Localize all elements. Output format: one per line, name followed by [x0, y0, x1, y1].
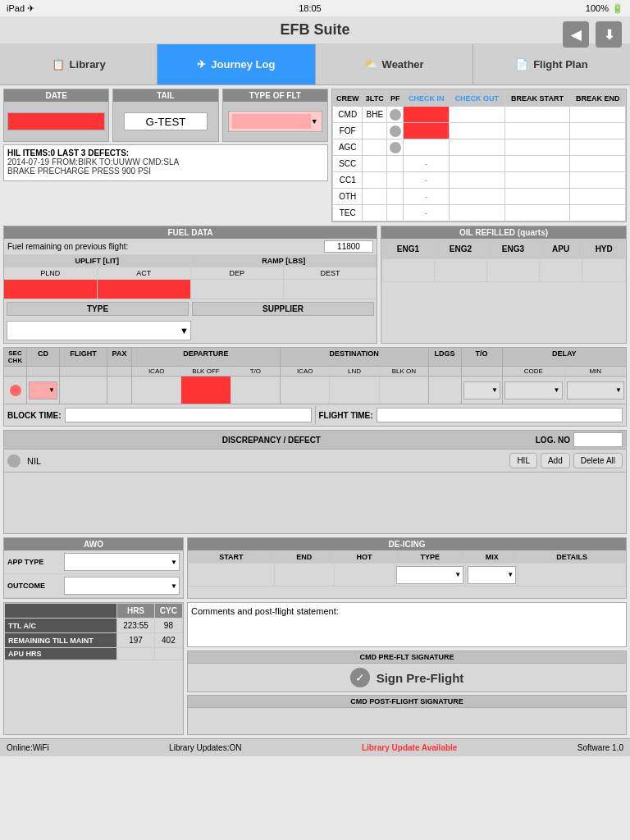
deicing-mix-select[interactable]: ▼: [468, 566, 516, 584]
comments-label: Comments and post-flight statement:: [191, 606, 339, 616]
crew-checkout-oth[interactable]: [450, 189, 505, 205]
ttl-empty-header: [5, 604, 117, 619]
tab-flight-plan[interactable]: 📄 Flight Plan: [473, 44, 630, 84]
fuel-act-val[interactable]: [98, 280, 191, 299]
tab-weather[interactable]: ⛅ Weather: [316, 44, 473, 84]
crew-breakstart-cc1[interactable]: [504, 172, 570, 189]
deicing-end-val[interactable]: [274, 564, 334, 587]
dep-header: DEP: [191, 267, 285, 279]
hil-title: HIL ITEMS:0 LAST 3 DEFECTS:: [7, 148, 324, 158]
crew-row-fof: FOF: [333, 123, 626, 139]
crew-checkout-tec[interactable]: [450, 205, 505, 221]
deicing-type-arrow-icon: ▼: [454, 571, 461, 578]
deicing-details-val[interactable]: [518, 564, 626, 587]
crew-checkout-agc[interactable]: [450, 139, 505, 156]
date-input[interactable]: [7, 112, 105, 130]
delete-all-button[interactable]: Delete All: [573, 453, 623, 468]
fuel-dep-val[interactable]: [191, 280, 285, 299]
crew-breakend-tec[interactable]: [570, 205, 626, 221]
crew-breakstart-oth[interactable]: [504, 189, 570, 205]
dest-icao-input[interactable]: [281, 377, 330, 404]
type-select-value: [232, 114, 311, 129]
discrepancy-text-area[interactable]: [4, 472, 626, 533]
dest-header-group: DESTINATION: [281, 348, 429, 366]
tab-library[interactable]: 📋 Library: [0, 44, 158, 84]
crew-checkout-cc1[interactable]: [450, 172, 505, 189]
oil-eng2-val[interactable]: [434, 259, 486, 282]
crew-section: CREW 3LTC PF CHECK IN CHECK OUT BREAK ST…: [331, 89, 627, 222]
crew-checkout-scc[interactable]: [450, 156, 505, 172]
comments-box[interactable]: Comments and post-flight statement:: [187, 602, 627, 647]
sec-chk-input[interactable]: [4, 377, 27, 404]
ldgs-input[interactable]: [429, 377, 462, 404]
left-panel: DATE TAIL TYPE OF FLT: [3, 89, 328, 222]
ttl-apu-hrs[interactable]: [117, 648, 155, 660]
block-time-input[interactable]: [65, 408, 312, 422]
delay-code-select[interactable]: ▼: [504, 381, 563, 399]
dep-to-input[interactable]: [231, 377, 280, 404]
crew-breakstart-scc[interactable]: [504, 156, 570, 172]
crew-col-breakend: BREAK END: [570, 90, 626, 107]
flight-time-cell: FLIGHT TIME:: [316, 406, 627, 424]
crew-breakend-oth[interactable]: [570, 189, 626, 205]
post-sig-area[interactable]: [188, 708, 626, 734]
type-select[interactable]: ▼: [228, 111, 322, 132]
dest-blkon-input[interactable]: [380, 377, 428, 404]
crew-checkout-cmd[interactable]: [450, 107, 505, 123]
awo-outcome-select[interactable]: ▼: [64, 577, 180, 595]
deicing-type-select[interactable]: ▼: [396, 566, 463, 584]
tail-input[interactable]: [124, 112, 208, 130]
sign-preflight-btn[interactable]: Sign Pre-Flight: [377, 671, 464, 685]
nil-checkbox[interactable]: [7, 454, 21, 468]
dest-lnd-input[interactable]: [330, 377, 379, 404]
delay-min-arrow-icon: ▼: [615, 386, 622, 394]
dep-blkoff-input[interactable]: [181, 377, 231, 404]
fuel-type-arrow-icon: ▼: [180, 326, 189, 336]
hil-button[interactable]: HIL: [509, 453, 537, 468]
crew-breakend-cmd[interactable]: [570, 107, 626, 123]
flight-section: SEC CHK CD FLIGHT PAX DEPARTURE DESTINAT…: [3, 347, 627, 427]
fuel-plnd-val[interactable]: [4, 280, 98, 299]
oil-hyd-val[interactable]: [582, 259, 626, 282]
crew-breakend-scc[interactable]: [570, 156, 626, 172]
tab-journey-log[interactable]: ✈ Journey Log: [158, 44, 315, 84]
oil-apu-val[interactable]: [539, 259, 582, 282]
dep-icao-input[interactable]: [132, 377, 181, 404]
crew-breakstart-tec[interactable]: [504, 205, 570, 221]
to-select[interactable]: ▼: [463, 381, 500, 399]
crew-checkout-fof[interactable]: [450, 123, 505, 139]
deicing-start-val[interactable]: [189, 564, 275, 587]
fuel-type-input[interactable]: ▼: [7, 321, 191, 340]
cd-arrow-icon: ▼: [48, 386, 55, 394]
flight-num-input[interactable]: [60, 377, 107, 404]
cd-select[interactable]: ▼: [29, 381, 57, 399]
delay-code-arrow-icon: ▼: [554, 386, 560, 394]
delay-min-select[interactable]: ▼: [567, 381, 625, 399]
crew-breakstart-fof[interactable]: [504, 123, 570, 139]
crew-breakstart-agc[interactable]: [504, 139, 570, 156]
crew-breakstart-cmd[interactable]: [504, 107, 570, 123]
battery-label: 100%: [586, 3, 609, 13]
add-button[interactable]: Add: [541, 453, 570, 468]
deicing-hot-val[interactable]: [335, 564, 395, 587]
oil-eng1-val[interactable]: [382, 259, 435, 282]
delay-inputs: ▼ ▼: [503, 377, 626, 404]
crew-checkin-fof[interactable]: [404, 123, 450, 139]
crew-col-pf: PF: [387, 90, 404, 107]
flight-time-input[interactable]: [377, 408, 623, 422]
crew-checkin-agc[interactable]: [404, 139, 450, 156]
pax-input[interactable]: [107, 377, 132, 404]
crew-breakend-fof[interactable]: [570, 123, 626, 139]
fuel-dest-val[interactable]: [284, 280, 377, 299]
awo-apptype-select[interactable]: ▼: [64, 553, 180, 571]
crew-breakend-agc[interactable]: [570, 139, 626, 156]
crew-checkin-cmd[interactable]: [404, 107, 450, 123]
oil-eng3-val[interactable]: [486, 259, 539, 282]
comments-sig-panel: Comments and post-flight statement: CMD …: [187, 602, 627, 735]
back-button[interactable]: ◀: [563, 21, 589, 48]
crew-breakend-cc1[interactable]: [570, 172, 626, 189]
type-value: ▼: [223, 102, 327, 141]
download-button[interactable]: ⬇: [596, 21, 622, 48]
crew-checkin-cc1: -: [404, 172, 450, 189]
log-no-input[interactable]: [573, 432, 623, 447]
